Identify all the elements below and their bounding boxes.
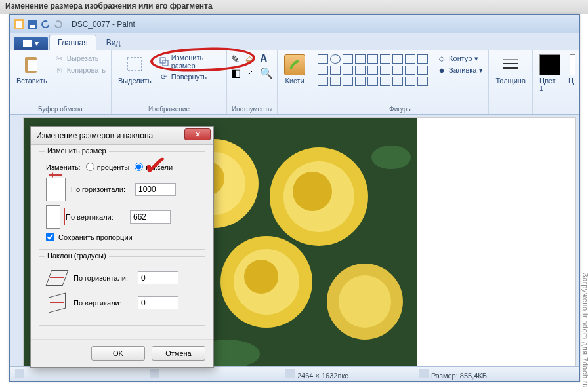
svg-point-21: [293, 172, 332, 211]
group-clipboard: Вставить ✂Вырезать ⎘Копировать Буфер обм…: [10, 50, 112, 114]
ribbon-tabs: ▾ Главная Вид: [10, 33, 579, 50]
skew-h-label: По горизонтали:: [74, 274, 133, 282]
bucket-icon[interactable]: ⬙: [245, 53, 259, 66]
skew-fieldset: Наклон (градусы) По горизонтали: По верт…: [39, 256, 205, 326]
skew-h-input[interactable]: [138, 271, 178, 284]
color1-swatch: [539, 54, 560, 75]
cut-button[interactable]: ✂Вырезать: [54, 53, 107, 64]
cancel-button[interactable]: Отмена: [152, 346, 205, 361]
color1-button[interactable]: Цвет 1: [537, 53, 563, 94]
select-button[interactable]: Выделить: [116, 53, 154, 86]
svg-rect-3: [30, 25, 35, 28]
radio-percent[interactable]: проценты: [86, 163, 130, 171]
save-icon[interactable]: [27, 19, 37, 29]
resize-legend: Изменить размер: [45, 147, 109, 155]
outline-button[interactable]: ◇Контур ▾: [436, 53, 484, 64]
status-bar: 2464 × 1632пкс Размер: 855,4КБ: [10, 366, 579, 381]
undo-icon[interactable]: [40, 19, 51, 29]
by-label: Изменить:: [46, 163, 81, 171]
brushes-button[interactable]: Кисти: [282, 53, 308, 86]
dialog-titlebar[interactable]: Изменение размеров и наклона ✕: [31, 127, 213, 145]
group-image: Выделить Изменить размер ⟳Повернуть Изоб…: [112, 50, 227, 114]
radio-pixels[interactable]: пиксели: [135, 163, 173, 171]
paste-button[interactable]: Вставить: [14, 53, 50, 86]
eraser-icon[interactable]: ◧: [231, 67, 244, 79]
resize-button[interactable]: Изменить размер: [158, 53, 222, 70]
close-icon[interactable]: ✕: [184, 128, 211, 140]
group-tools: ✎ ⬙ A ◧ ⟋ 🔍 Инструменты: [227, 50, 278, 114]
group-label: Буфер обмена: [14, 104, 107, 114]
svg-rect-6: [127, 58, 142, 71]
group-label: Инструменты: [231, 104, 273, 114]
quick-access-toolbar: DSC_0077 - Paint: [10, 15, 579, 33]
skew-v-input[interactable]: [138, 296, 178, 309]
horizontal-label: По горизонтали:: [71, 186, 130, 193]
horizontal-icon: [46, 178, 66, 201]
page-heading: Изменение размера изображения или его фр…: [0, 0, 588, 14]
svg-point-30: [371, 146, 411, 169]
group-shapes: ◇Контур ▾ ◆Заливка ▾ Фигуры: [312, 50, 489, 114]
group-brushes: Кисти: [278, 50, 312, 114]
group-label: Изображение: [116, 104, 222, 114]
skew-v-icon: [46, 292, 68, 313]
watermark: Загружено irindom для 7dach.ru: [581, 273, 588, 388]
redo-icon[interactable]: [53, 19, 64, 29]
group-label: Фигуры: [316, 104, 484, 114]
skew-legend: Наклон (градусы): [45, 252, 109, 260]
vertical-label: По вертикали:: [66, 213, 125, 221]
text-icon[interactable]: A: [260, 53, 273, 66]
magnifier-icon[interactable]: 🔍: [260, 67, 273, 79]
pencil-icon[interactable]: ✎: [231, 53, 244, 66]
keep-aspect-checkbox[interactable]: Сохранить пропорции: [46, 233, 198, 241]
svg-point-28: [339, 275, 391, 328]
group-colors: Цвет 1 Ц: [533, 50, 579, 114]
svg-rect-1: [16, 21, 22, 28]
tab-view[interactable]: Вид: [98, 35, 129, 50]
skew-h-icon: [46, 267, 68, 288]
group-thickness: Толщина: [489, 50, 533, 114]
svg-point-26: [244, 260, 278, 294]
paste-label: Вставить: [16, 77, 47, 85]
color2-button[interactable]: Ц: [567, 53, 575, 86]
thickness-button[interactable]: Толщина: [493, 53, 528, 86]
tab-home[interactable]: Главная: [49, 35, 96, 50]
rotate-button[interactable]: ⟳Повернуть: [158, 71, 222, 82]
status-filesize: Размер: 855,4КБ: [419, 369, 487, 380]
vertical-input[interactable]: [130, 210, 171, 224]
resize-fieldset: Изменить размер Изменить: проценты пиксе…: [39, 151, 205, 250]
file-menu[interactable]: ▾: [14, 37, 48, 50]
shapes-gallery[interactable]: [316, 53, 429, 87]
resize-dialog: Изменение размеров и наклона ✕ Изменить …: [30, 126, 214, 368]
horizontal-input[interactable]: [135, 183, 176, 196]
ribbon: Вставить ✂Вырезать ⎘Копировать Буфер обм…: [10, 50, 579, 115]
dialog-title-text: Изменение размеров и наклона: [36, 131, 153, 140]
app-icon: [14, 19, 24, 29]
status-cursor: [15, 369, 27, 380]
ok-button[interactable]: OK: [91, 346, 145, 361]
copy-button[interactable]: ⎘Копировать: [54, 65, 107, 75]
picker-icon[interactable]: ⟋: [245, 67, 259, 79]
svg-rect-5: [28, 60, 37, 71]
skew-v-label: По вертикали:: [74, 299, 133, 307]
document-title: DSC_0077 - Paint: [72, 20, 135, 29]
vertical-icon: [46, 205, 60, 229]
fill-button[interactable]: ◆Заливка ▾: [436, 65, 484, 75]
status-dimensions: 2464 × 1632пкс: [285, 369, 348, 380]
status-selection: [150, 369, 162, 380]
